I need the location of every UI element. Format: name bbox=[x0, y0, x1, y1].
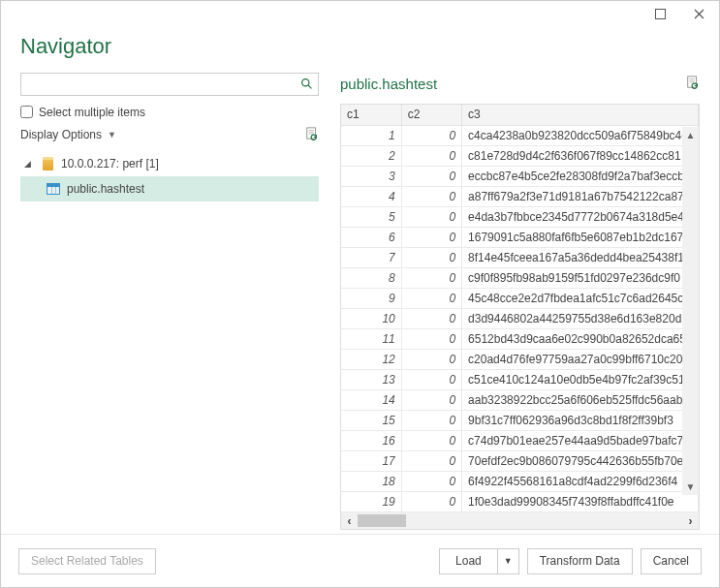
cell-c3: 6512bd43d9caa6e02c990b0a82652dca65 bbox=[462, 329, 699, 350]
collapse-icon[interactable]: ◢ bbox=[24, 159, 34, 169]
cell-c2: 0 bbox=[401, 390, 461, 411]
horizontal-scrollbar[interactable]: ‹ › bbox=[341, 512, 699, 529]
table-row[interactable]: 1901f0e3dad99908345f7439f8ffabdffc41f0e bbox=[341, 492, 699, 512]
cell-c1: 5 bbox=[341, 207, 401, 228]
preview-panel: public.hashtest c1c2c310c4ca4238a0b92382… bbox=[340, 73, 700, 531]
scroll-thumb[interactable] bbox=[358, 514, 406, 527]
scroll-right-arrow[interactable]: › bbox=[682, 512, 699, 529]
cell-c1: 10 bbox=[341, 309, 401, 329]
select-related-tables-button[interactable]: Select Related Tables bbox=[18, 548, 156, 574]
cell-c2: 0 bbox=[401, 492, 461, 512]
scroll-up-arrow[interactable]: ▲ bbox=[682, 127, 699, 143]
table-row[interactable]: 40a87ff679a2f3e71d9181a67b7542122ca87 bbox=[341, 187, 699, 207]
cell-c1: 4 bbox=[341, 187, 401, 207]
table-row[interactable]: 50e4da3b7fbbce2345d7772b0674a318d5e4 bbox=[341, 207, 699, 228]
load-dropdown-button[interactable]: ▼ bbox=[497, 548, 519, 574]
cell-c1: 18 bbox=[341, 472, 401, 492]
table-row[interactable]: 601679091c5a880faf6fb5e6087eb1b2dc167 bbox=[341, 228, 699, 248]
table-row[interactable]: 17070efdf2ec9b086079795c442636b55fb70e bbox=[341, 451, 699, 472]
tree-node-database[interactable]: ◢ 10.0.0.217: perf [1] bbox=[20, 151, 319, 176]
cell-c1: 14 bbox=[341, 390, 401, 411]
cell-c2: 0 bbox=[401, 350, 461, 370]
cell-c3: 45c48cce2e2d7fbdea1afc51c7c6ad2645c bbox=[462, 289, 699, 309]
cell-c3: c51ce410c124a10e0db5e4b97fc2af39c51 bbox=[462, 370, 699, 390]
preview-title: public.hashtest bbox=[340, 76, 437, 92]
cell-c2: 0 bbox=[401, 126, 461, 146]
cell-c2: 0 bbox=[401, 329, 461, 350]
cell-c1: 3 bbox=[341, 167, 401, 187]
search-box[interactable] bbox=[20, 73, 319, 96]
column-header[interactable]: c2 bbox=[401, 105, 461, 126]
table-row[interactable]: 10c4ca4238a0b923820dcc509a6f75849bc4e bbox=[341, 126, 699, 146]
cell-c1: 9 bbox=[341, 289, 401, 309]
refresh-preview-button[interactable] bbox=[686, 76, 700, 92]
scroll-left-arrow[interactable]: ‹ bbox=[341, 512, 358, 529]
cell-c3: 9bf31c7ff062936a96d3c8bd1f8f2ff39bf3 bbox=[462, 411, 699, 431]
table-row[interactable]: 120c20ad4d76fe97759aa27a0c99bff6710c20 bbox=[341, 350, 699, 370]
table-row[interactable]: 9045c48cce2e2d7fbdea1afc51c7c6ad2645c bbox=[341, 289, 699, 309]
tree-node-label: 10.0.0.217: perf [1] bbox=[61, 157, 159, 170]
table-row[interactable]: 80c9f0f895fb98ab9159f51fd0297e236dc9f0 bbox=[341, 268, 699, 289]
dialog-title: Navigator bbox=[20, 34, 700, 59]
cell-c2: 0 bbox=[401, 228, 461, 248]
cell-c3: e4da3b7fbbce2345d7772b0674a318d5e4 bbox=[462, 207, 699, 228]
cell-c2: 0 bbox=[401, 411, 461, 431]
display-options-label: Display Options bbox=[20, 128, 102, 141]
cell-c1: 13 bbox=[341, 370, 401, 390]
chevron-down-icon: ▼ bbox=[108, 130, 116, 139]
column-header[interactable]: c3 bbox=[462, 105, 699, 126]
cell-c1: 1 bbox=[341, 126, 401, 146]
database-icon bbox=[40, 157, 55, 170]
maximize-button[interactable] bbox=[645, 5, 674, 24]
cell-c1: 2 bbox=[341, 146, 401, 167]
cancel-button[interactable]: Cancel bbox=[641, 548, 702, 574]
titlebar bbox=[1, 1, 719, 28]
cell-c3: c9f0f895fb98ab9159f51fd0297e236dc9f0 bbox=[462, 268, 699, 289]
table-row[interactable]: 20c81e728d9d4c2f636f067f89cc14862cc81 bbox=[341, 146, 699, 167]
load-split-button[interactable]: Load ▼ bbox=[439, 548, 519, 574]
table-row[interactable]: 160c74d97b01eae257e44aa9d5bade97bafc7 bbox=[341, 431, 699, 451]
table-row[interactable]: 100d3d9446802a44259755d38e6d163e820d bbox=[341, 309, 699, 329]
cell-c2: 0 bbox=[401, 431, 461, 451]
select-multiple-checkbox-row[interactable]: Select multiple items bbox=[20, 106, 319, 119]
search-input[interactable] bbox=[21, 76, 295, 93]
cell-c1: 17 bbox=[341, 451, 401, 472]
cell-c2: 0 bbox=[401, 472, 461, 492]
refresh-tree-button[interactable] bbox=[305, 127, 319, 143]
close-button[interactable] bbox=[684, 5, 713, 24]
scroll-down-arrow[interactable]: ▼ bbox=[682, 479, 699, 495]
select-multiple-label: Select multiple items bbox=[39, 106, 145, 119]
table-row[interactable]: 1806f4922f45568161a8cdf4ad2299f6d236f4 bbox=[341, 472, 699, 492]
left-panel: Select multiple items Display Options ▼ … bbox=[20, 73, 319, 531]
cell-c3: c81e728d9d4c2f636f067f89cc14862cc81 bbox=[462, 146, 699, 167]
table-row[interactable]: 1509bf31c7ff062936a96d3c8bd1f8f2ff39bf3 bbox=[341, 411, 699, 431]
table-row[interactable]: 1106512bd43d9caa6e02c990b0a82652dca65 bbox=[341, 329, 699, 350]
transform-data-button[interactable]: Transform Data bbox=[527, 548, 633, 574]
table-row[interactable]: 30eccbc87e4b5ce2fe28308fd9f2a7baf3eccb bbox=[341, 167, 699, 187]
cell-c1: 11 bbox=[341, 329, 401, 350]
load-button[interactable]: Load bbox=[439, 548, 497, 574]
select-multiple-checkbox[interactable] bbox=[20, 106, 33, 118]
preview-grid: c1c2c310c4ca4238a0b923820dcc509a6f75849b… bbox=[340, 104, 700, 531]
cell-c2: 0 bbox=[401, 187, 461, 207]
cell-c3: eccbc87e4b5ce2fe28308fd9f2a7baf3eccb bbox=[462, 167, 699, 187]
footer: Select Related Tables Load ▼ Transform D… bbox=[1, 534, 719, 587]
cell-c3: d3d9446802a44259755d38e6d163e820d bbox=[462, 309, 699, 329]
cell-c2: 0 bbox=[401, 289, 461, 309]
cell-c3: 1679091c5a880faf6fb5e6087eb1b2dc167 bbox=[462, 228, 699, 248]
tree-node-table[interactable]: public.hashtest bbox=[20, 176, 319, 201]
cell-c3: a87ff679a2f3e71d9181a67b7542122ca87 bbox=[462, 187, 699, 207]
column-header[interactable]: c1 bbox=[341, 105, 401, 126]
cell-c3: c4ca4238a0b923820dcc509a6f75849bc4e bbox=[462, 126, 699, 146]
navigation-tree: ◢ 10.0.0.217: perf [1] public.hashtest bbox=[20, 151, 319, 531]
cell-c1: 15 bbox=[341, 411, 401, 431]
table-row[interactable]: 708f14e45fceea167a5a36dedd4bea25438f1 bbox=[341, 248, 699, 268]
table-row[interactable]: 130c51ce410c124a10e0db5e4b97fc2af39c51 bbox=[341, 370, 699, 390]
cell-c2: 0 bbox=[401, 146, 461, 167]
table-row[interactable]: 140aab3238922bcc25a6f606eb525ffdc56aab bbox=[341, 390, 699, 411]
cell-c3: 6f4922f45568161a8cdf4ad2299f6d236f4 bbox=[462, 472, 699, 492]
cell-c3: 8f14e45fceea167a5a36dedd4bea25438f1 bbox=[462, 248, 699, 268]
vertical-scrollbar[interactable]: ▲ ▼ bbox=[682, 127, 699, 496]
search-icon[interactable] bbox=[295, 77, 318, 90]
display-options-dropdown[interactable]: Display Options ▼ bbox=[20, 128, 116, 141]
